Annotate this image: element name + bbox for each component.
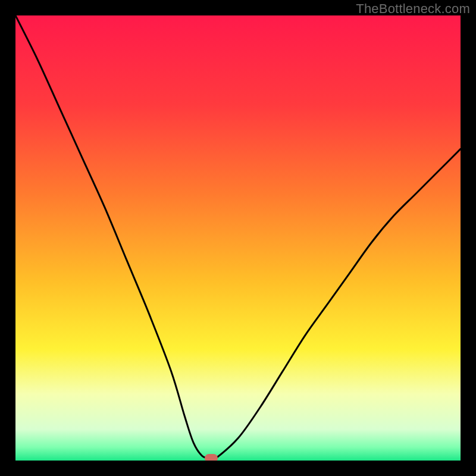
bottleneck-curve (15, 15, 461, 460)
optimal-point-marker (205, 454, 218, 461)
attribution-label: TheBottleneck.com (356, 1, 470, 17)
curve-layer (15, 15, 461, 461)
chart-frame: TheBottleneck.com (0, 0, 476, 476)
plot-area (15, 15, 461, 461)
